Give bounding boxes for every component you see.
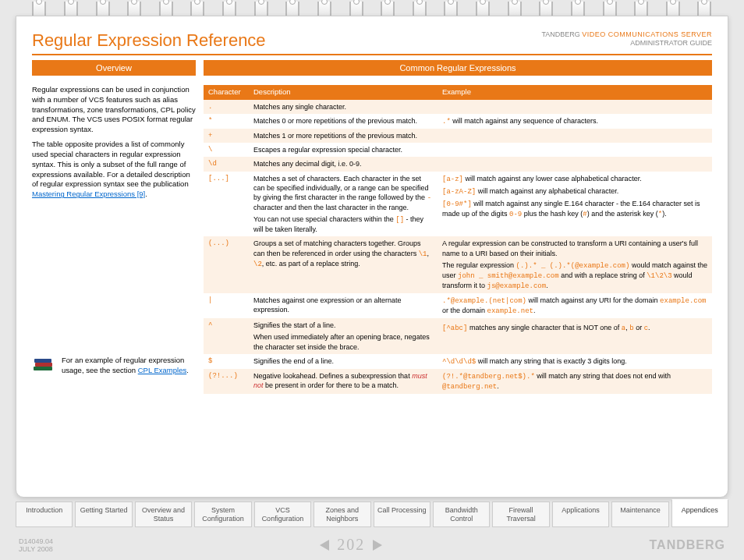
desc-cell: Groups a set of matching characters toge… <box>249 236 438 293</box>
col-description: Description <box>249 85 438 100</box>
table-row: (?!...)Negative lookahead. Defines a sub… <box>204 369 712 394</box>
tab-applications[interactable]: Applications <box>552 502 609 527</box>
regex-table-column: Character Description Example .Matches a… <box>204 85 712 394</box>
char-cell: ^ <box>204 318 249 353</box>
desc-cell: Matches any decimal digit, i.e. 0-9. <box>249 157 438 171</box>
nav-tabs: IntroductionGetting StartedOverview and … <box>16 502 728 527</box>
table-row: |Matches against one expression or an al… <box>204 293 712 318</box>
tab-introduction[interactable]: Introduction <box>16 502 73 527</box>
example-cell: (?!.*@tandberg.net$).* will match any st… <box>438 369 712 394</box>
example-cell: .* will match against any sequence of ch… <box>438 114 712 129</box>
page-body: Regular Expression Reference TANDBERG VI… <box>16 16 728 498</box>
tab-appendices[interactable]: Appendices <box>671 499 728 527</box>
page-number: 202 <box>337 536 365 554</box>
example-cell: [^abc] matches any single character that… <box>438 318 712 353</box>
brand-header: TANDBERG VIDEO COMMUNICATIONS SERVER ADM… <box>541 30 712 48</box>
tab-getting-started[interactable]: Getting Started <box>75 502 132 527</box>
table-row: +Matches 1 or more repetitions of the pr… <box>204 129 712 143</box>
tab-firewall-traversal[interactable]: Firewall Traversal <box>492 502 549 527</box>
col-example: Example <box>438 85 712 100</box>
mastering-regex-link[interactable]: Mastering Regular Expressions [9] <box>32 190 145 198</box>
char-cell: \ <box>204 143 249 157</box>
tab-vcs-configuration[interactable]: VCS Configuration <box>254 502 311 527</box>
table-row: .Matches any single character. <box>204 100 712 114</box>
table-row: *Matches 0 or more repetitions of the pr… <box>204 114 712 129</box>
desc-cell: Signifies the start of a line.When used … <box>249 318 438 353</box>
product-name: VIDEO COMMUNICATIONS SERVER <box>582 30 712 38</box>
tab-zones-and-neighbors[interactable]: Zones and Neighbors <box>314 502 370 527</box>
svg-marker-4 <box>373 540 382 551</box>
example-cell: [a-z] will match against any lower case … <box>438 172 712 237</box>
tab-call-processing[interactable]: Call Processing <box>374 502 430 527</box>
tab-overview-and-status[interactable]: Overview and Status <box>135 502 192 527</box>
desc-cell: Signifies the end of a line. <box>249 354 438 369</box>
svg-rect-2 <box>34 359 51 363</box>
char-cell: \d <box>204 157 249 171</box>
char-cell: (?!...) <box>204 369 249 394</box>
desc-cell: Negative lookahead. Defines a subexpress… <box>249 369 438 394</box>
char-cell: | <box>204 293 249 318</box>
tab-system-configuration[interactable]: System Configuration <box>194 502 251 527</box>
char-cell: [...] <box>204 172 249 237</box>
overview-p2: The table opposite provides a list of co… <box>32 140 196 200</box>
page-title: Regular Expression Reference <box>32 30 266 51</box>
overview-column: Regular expressions can be used in conju… <box>32 85 196 376</box>
example-cell: ^\d\d\d$ will match any string that is e… <box>438 354 712 369</box>
brand-name: TANDBERG <box>541 30 582 38</box>
cpl-examples-callout: For an example of regular expression usa… <box>32 356 196 376</box>
char-cell: $ <box>204 354 249 369</box>
regex-table: Character Description Example .Matches a… <box>204 85 712 394</box>
desc-cell: Matches 0 or more repetitions of the pre… <box>249 114 438 129</box>
table-row: \dMatches any decimal digit, i.e. 0-9. <box>204 157 712 171</box>
pager: 202 <box>318 536 384 554</box>
page-footer: D14049.04 JULY 2008 202 TANDBERG <box>19 536 725 554</box>
desc-cell: Matches a set of characters. Each charac… <box>249 172 438 237</box>
example-cell <box>438 157 712 171</box>
table-row: (...)Groups a set of matching characters… <box>204 236 712 293</box>
overview-p1: Regular expressions can be used in conju… <box>32 85 196 135</box>
desc-cell: Matches against one expression or an alt… <box>249 293 438 318</box>
example-cell: .*@example.(net|com) will match against … <box>438 293 712 318</box>
svg-marker-3 <box>320 540 329 551</box>
char-cell: (...) <box>204 236 249 293</box>
example-cell <box>438 100 712 114</box>
book-icon <box>32 356 55 374</box>
cpl-examples-link[interactable]: CPL Examples <box>138 366 186 374</box>
char-cell: * <box>204 114 249 129</box>
table-row: \Escapes a regular expression special ch… <box>204 143 712 157</box>
section-common-header: Common Regular Expressions <box>204 60 712 76</box>
doc-date: JULY 2008 <box>19 545 53 553</box>
brand-footer: TANDBERG <box>650 538 725 552</box>
example-cell: A regular expression can be constructed … <box>438 236 712 293</box>
table-row: ^Signifies the start of a line.When used… <box>204 318 712 353</box>
table-row: $Signifies the end of a line.^\d\d\d$ wi… <box>204 354 712 369</box>
section-overview-header: Overview <box>32 60 196 76</box>
example-cell <box>438 143 712 157</box>
svg-rect-1 <box>35 363 52 367</box>
char-cell: + <box>204 129 249 143</box>
prev-page-icon[interactable] <box>318 538 332 552</box>
desc-cell: Escapes a regular expression special cha… <box>249 143 438 157</box>
col-character: Character <box>204 85 249 100</box>
table-row: [...]Matches a set of characters. Each c… <box>204 172 712 237</box>
desc-cell: Matches 1 or more repetitions of the pre… <box>249 129 438 143</box>
tab-bandwidth-control[interactable]: Bandwidth Control <box>433 502 490 527</box>
svg-rect-0 <box>34 367 52 370</box>
next-page-icon[interactable] <box>370 538 384 552</box>
doc-type: ADMINISTRATOR GUIDE <box>630 39 712 47</box>
doc-meta: D14049.04 JULY 2008 <box>19 537 53 553</box>
tab-maintenance[interactable]: Maintenance <box>611 502 668 527</box>
doc-id: D14049.04 <box>19 537 53 545</box>
example-cell <box>438 129 712 143</box>
char-cell: . <box>204 100 249 114</box>
desc-cell: Matches any single character. <box>249 100 438 114</box>
